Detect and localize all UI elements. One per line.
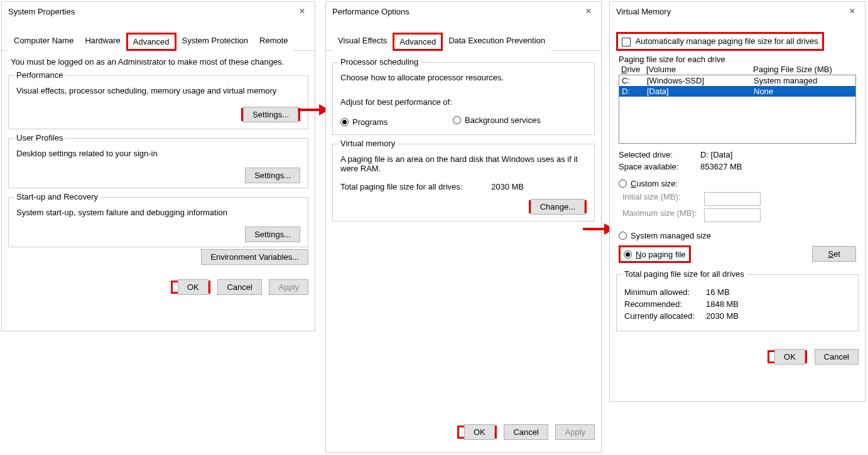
virtual-memory-dialog: Virtual Memory × Automatically manage pa… [609, 1, 865, 402]
set-button[interactable]: Set [812, 246, 856, 262]
radio-system-managed[interactable]: System managed size [619, 231, 711, 240]
tab-row: Visual Effects Advanced Data Execution P… [326, 32, 601, 51]
radio-programs-label: Programs [352, 117, 388, 127]
cancel-button[interactable]: Cancel [217, 279, 261, 295]
radio-icon [619, 232, 627, 240]
ok-button[interactable]: OK [774, 349, 805, 365]
header-drive: Drive [621, 65, 646, 74]
user-profiles-group: User Profiles Desktop settings related t… [8, 138, 308, 188]
processor-scheduling-legend: Processor scheduling [338, 57, 421, 67]
system-managed-label: System managed size [631, 231, 711, 240]
adjust-label: Adjust for best performance of: [340, 97, 587, 107]
no-paging-file-label: No paging file [636, 250, 686, 259]
selected-drive-label: Selected drive: [619, 150, 700, 159]
virtual-memory-legend: Virtual memory [338, 139, 398, 148]
tab-hardware[interactable]: Hardware [79, 33, 126, 51]
processor-scheduling-group: Processor scheduling Choose how to alloc… [332, 62, 595, 135]
processor-scheduling-desc: Choose how to allocate processor resourc… [340, 73, 587, 82]
window-title: System Properties [8, 7, 75, 16]
drive-list[interactable]: C: [Windows-SSD] System managed D: [Data… [619, 75, 856, 144]
performance-group: Performance Visual effects, processor sc… [8, 75, 308, 129]
header-size: Paging File Size (MB) [753, 65, 854, 74]
user-profiles-settings-button[interactable]: Settings... [245, 168, 300, 183]
environment-variables-button[interactable]: Environment Variables... [201, 249, 308, 265]
tab-advanced[interactable]: Advanced [126, 33, 176, 51]
window-title: Performance Options [332, 7, 410, 16]
drive-list-header: Drive [Volume Paging File Size (MB) [619, 64, 856, 75]
performance-legend: Performance [14, 70, 65, 80]
tab-advanced[interactable]: Advanced [393, 33, 443, 51]
recommended-value: 1848 MB [706, 299, 739, 309]
initial-size-label: Initial size (MB): [622, 192, 704, 206]
radio-icon [453, 116, 461, 124]
selected-drive-value: D: [Data] [700, 150, 732, 159]
drive-letter: C: [622, 76, 647, 85]
virtual-memory-desc: A paging file is an area on the hard dis… [340, 154, 587, 173]
radio-icon [619, 179, 627, 188]
totals-group: Total paging file size for all drives Mi… [616, 274, 859, 331]
drive-size: System managed [754, 76, 853, 85]
minimum-allowed-value: 16 MB [706, 287, 730, 297]
tab-computer-name[interactable]: Computer Name [8, 33, 79, 51]
performance-options-dialog: Performance Options × Visual Effects Adv… [325, 1, 602, 453]
vm-total-label: Total paging file size for all drives: [340, 182, 491, 191]
startup-recovery-group: Start-up and Recovery System start-up, s… [8, 197, 308, 247]
radio-bg-label: Background services [465, 115, 541, 125]
titlebar: System Properties × [2, 2, 315, 21]
user-profiles-desc: Desktop settings related to your sign-in [16, 149, 300, 158]
user-profiles-legend: User Profiles [14, 133, 65, 142]
drive-volume: [Windows-SSD] [647, 76, 754, 85]
radio-no-paging-file[interactable]: No paging file [624, 250, 686, 259]
tab-system-protection[interactable]: System Protection [176, 33, 254, 51]
drive-row[interactable]: D: [Data] None [619, 86, 855, 97]
titlebar: Performance Options × [326, 2, 601, 21]
drive-row[interactable]: C: [Windows-SSD] System managed [619, 75, 855, 86]
auto-manage-label: Automatically manage paging file size fo… [636, 36, 818, 46]
radio-icon [624, 250, 632, 259]
ok-button[interactable]: OK [178, 279, 209, 295]
close-icon[interactable]: × [582, 6, 595, 17]
apply-button[interactable]: Apply [269, 279, 308, 295]
cancel-button[interactable]: Cancel [815, 349, 859, 365]
window-title: Virtual Memory [616, 7, 671, 16]
radio-background-services[interactable]: Background services [453, 115, 541, 125]
initial-size-input[interactable] [704, 192, 761, 206]
auto-manage-checkbox[interactable] [622, 38, 631, 46]
drive-volume: [Data] [647, 87, 754, 96]
drive-size: None [754, 87, 853, 96]
ok-button[interactable]: OK [464, 424, 495, 440]
startup-recovery-legend: Start-up and Recovery [14, 192, 100, 201]
tab-visual-effects[interactable]: Visual Effects [332, 33, 393, 51]
performance-settings-button[interactable]: Settings... [243, 107, 298, 122]
startup-settings-button[interactable]: Settings... [245, 227, 300, 242]
apply-button[interactable]: Apply [555, 424, 595, 440]
arrow-icon [583, 228, 604, 230]
performance-desc: Visual effects, processor scheduling, me… [16, 86, 300, 95]
arrow-icon [298, 109, 319, 111]
auto-manage-highlight: Automatically manage paging file size fo… [616, 32, 824, 51]
tab-remote[interactable]: Remote [254, 33, 294, 51]
admin-note: You must be logged on as an Administrato… [2, 51, 315, 67]
maximum-size-input[interactable] [704, 208, 761, 222]
titlebar: Virtual Memory × [610, 2, 865, 21]
tab-dep[interactable]: Data Execution Prevention [443, 33, 551, 51]
radio-programs[interactable]: Programs [340, 117, 388, 127]
tab-row: Computer Name Hardware Advanced System P… [2, 32, 315, 51]
startup-recovery-desc: System start-up, system failure and debu… [16, 208, 300, 217]
recommended-label: Recommended: [624, 299, 706, 309]
cancel-button[interactable]: Cancel [504, 424, 548, 440]
header-volume: [Volume [646, 65, 753, 74]
system-properties-dialog: System Properties × Computer Name Hardwa… [1, 1, 315, 331]
radio-icon [340, 118, 349, 126]
close-icon[interactable]: × [296, 6, 308, 17]
change-button[interactable]: Change... [531, 199, 585, 215]
radio-custom-size[interactable]: Custom size: [619, 179, 678, 188]
each-drive-label: Paging file size for each drive [619, 55, 856, 64]
maximum-size-label: Maximum size (MB): [622, 208, 704, 222]
totals-legend: Total paging file size for all drives [622, 269, 747, 279]
close-icon[interactable]: × [846, 6, 859, 17]
virtual-memory-group: Virtual memory A paging file is an area … [332, 144, 595, 222]
currently-allocated-value: 2030 MB [706, 311, 739, 321]
drive-letter: D: [622, 87, 647, 96]
currently-allocated-label: Currently allocated: [624, 311, 706, 321]
